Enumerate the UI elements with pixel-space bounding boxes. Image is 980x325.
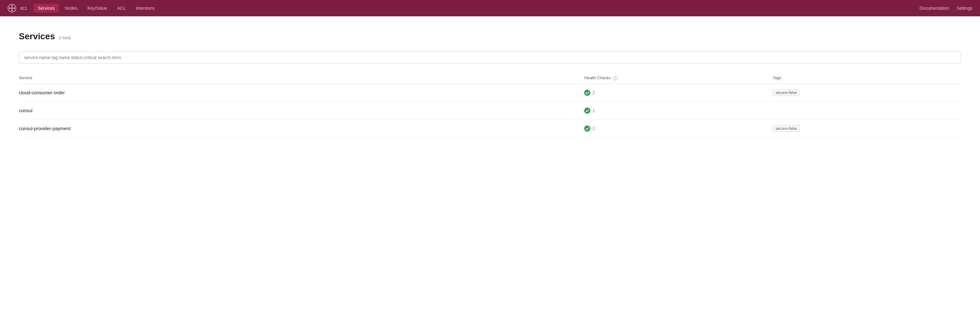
col-header-service: Service bbox=[19, 72, 584, 83]
table-header: Service Health Checks i Tags bbox=[19, 72, 961, 83]
table-row[interactable]: cloud-consumer-order 2 secure=false bbox=[19, 83, 961, 101]
nav-items: Services Nodes Key/Value ACL Intentions bbox=[33, 4, 920, 13]
datacenter-label: dc1 bbox=[20, 6, 27, 11]
page-subtitle: 3 total bbox=[59, 35, 71, 40]
col-header-tags: Tags bbox=[773, 72, 961, 83]
navbar: dc1 Services Nodes Key/Value ACL Intenti… bbox=[0, 0, 980, 16]
tag: secure=false bbox=[773, 90, 800, 96]
page-title: Services bbox=[19, 31, 55, 42]
col-header-health: Health Checks i bbox=[584, 72, 773, 83]
health-check: 2 bbox=[584, 90, 773, 96]
health-check: 2 bbox=[584, 125, 773, 132]
health-count: 2 bbox=[592, 90, 595, 95]
service-name: cloud-consumer-order bbox=[19, 90, 65, 95]
svg-point-12 bbox=[584, 90, 590, 96]
service-name: consul-provider-payment bbox=[19, 126, 71, 131]
table-body: cloud-consumer-order 2 secure=falseconsu… bbox=[19, 83, 961, 138]
services-table: Service Health Checks i Tags cloud-co bbox=[19, 72, 961, 138]
health-info-icon[interactable]: i bbox=[613, 76, 618, 80]
health-count: 1 bbox=[592, 108, 595, 113]
health-check: 1 bbox=[584, 107, 773, 114]
logo bbox=[8, 4, 16, 13]
nav-item-acl[interactable]: ACL bbox=[113, 4, 130, 13]
tags-cell: secure=false bbox=[773, 83, 961, 101]
main-content: Services 3 total Service Health Checks i bbox=[0, 16, 980, 153]
nav-item-services[interactable]: Services bbox=[33, 4, 59, 13]
nav-item-intentions[interactable]: Intentions bbox=[132, 4, 159, 13]
documentation-link[interactable]: Documentation bbox=[920, 6, 949, 11]
tags-cell bbox=[773, 101, 961, 119]
settings-link[interactable]: Settings bbox=[956, 6, 972, 11]
tags-cell: secure=false bbox=[773, 119, 961, 138]
health-check-icon bbox=[584, 107, 590, 114]
health-check-icon bbox=[584, 90, 590, 96]
service-name: consul bbox=[19, 108, 32, 113]
tag: secure=false bbox=[773, 125, 800, 132]
svg-point-14 bbox=[584, 125, 590, 131]
table-row[interactable]: consul 1 bbox=[19, 101, 961, 119]
page-header: Services 3 total bbox=[19, 31, 961, 42]
health-count: 2 bbox=[592, 126, 595, 131]
nav-right: Documentation Settings bbox=[920, 6, 972, 11]
svg-text:i: i bbox=[615, 77, 616, 80]
nav-item-keyvalue[interactable]: Key/Value bbox=[83, 4, 112, 13]
svg-point-13 bbox=[584, 107, 590, 114]
nav-item-nodes[interactable]: Nodes bbox=[60, 4, 81, 13]
table-row[interactable]: consul-provider-payment 2 secure=false bbox=[19, 119, 961, 138]
health-check-icon bbox=[584, 125, 590, 132]
search-input[interactable] bbox=[19, 51, 961, 64]
